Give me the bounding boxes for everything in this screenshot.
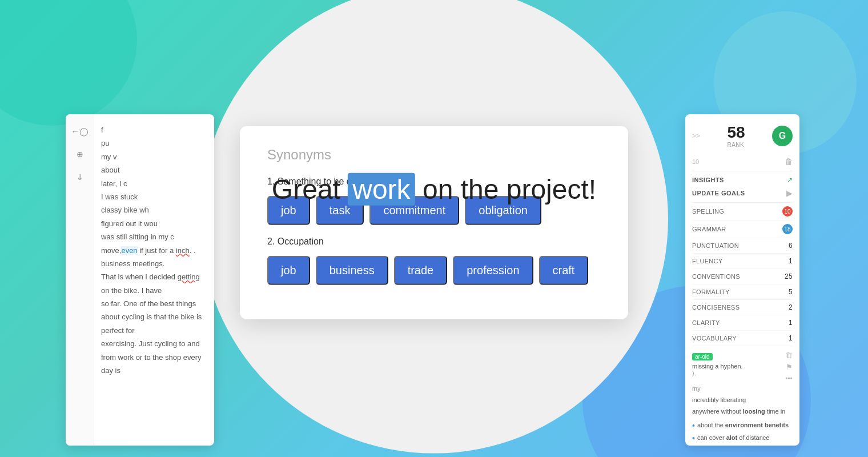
bg-blob-tl [0, 0, 137, 126]
text-line: That is when I decided getting on the bi… [101, 270, 207, 297]
bullet-text-2: can cover alot of distance [697, 434, 770, 441]
alert-area: ar-old missing a hyphen. ). [692, 351, 785, 376]
synonyms-title: Synonyms [267, 147, 601, 163]
alert-text: missing a hyphen. [692, 363, 785, 370]
tag-craft[interactable]: craft [539, 256, 589, 285]
left-panel: ←◯ ⊕ ⇓ f pu my v about later, I c I was … [66, 114, 214, 446]
text-line: about [101, 163, 207, 177]
text-line: was still sitting in my c [101, 230, 207, 243]
spelling-label: SPELLING [692, 208, 724, 215]
delete-icon[interactable]: 🗑 [785, 157, 793, 166]
punctuation-value: 6 [789, 242, 793, 250]
conventions-row: CONVENTIONS 25 [692, 269, 793, 284]
download-icon[interactable]: ⇓ [72, 169, 88, 185]
delete-icon-2[interactable]: 🗑 [785, 351, 793, 359]
left-toolbar: ←◯ ⊕ ⇓ [66, 114, 94, 446]
score-number: 58 [727, 123, 745, 142]
count-label: 10 [692, 158, 699, 165]
section-2-label: Occupation [278, 236, 324, 246]
expand-button[interactable]: >> [692, 132, 700, 140]
tag-profession[interactable]: profession [453, 256, 533, 285]
my-label: my [692, 385, 793, 392]
settings-icon[interactable]: ▶ [786, 189, 793, 198]
fluency-value: 1 [789, 257, 793, 265]
tag-business[interactable]: business [316, 256, 388, 285]
alert-tag: ar-old [692, 353, 713, 360]
fluency-label: FLUENCY [692, 258, 722, 264]
main-title: Great work on the project! [272, 174, 596, 205]
text-line: f [101, 123, 207, 137]
section-2-number: 2. [267, 236, 278, 246]
text-line: pu [101, 137, 207, 150]
clarity-row: CLARITY 1 [692, 315, 793, 331]
anywhere-text: anywhere without loosing time in [692, 408, 793, 415]
text-line: exercising. Just cycling to and from wor… [101, 337, 207, 377]
rank-label: RANK [727, 142, 744, 148]
bullet-text-1: about the environment benefits [697, 422, 789, 428]
spelling-row: SPELLING 10 [692, 203, 793, 221]
right-panel: >> 58 RANK G 10 🗑 INSIGHTS ↗ UPDATE GOAL… [685, 114, 799, 446]
more-icon[interactable]: ••• [785, 375, 793, 383]
bullet-dot-2: • [692, 434, 695, 442]
fluency-row: FLUENCY 1 [692, 254, 793, 269]
conciseness-row: CONCISENESS 2 [692, 300, 793, 315]
grammar-badge: 18 [782, 224, 793, 234]
text-line: classy bike wh [101, 203, 207, 217]
vocabulary-label: VOCABULARY [692, 335, 737, 342]
text-line: so far. One of the best things about cyc… [101, 297, 207, 337]
action-icons: 🗑 ⚑ ••• [785, 351, 793, 383]
conciseness-value: 2 [789, 303, 793, 311]
section-2-header: 2. Occupation [267, 236, 601, 247]
clarity-label: CLARITY [692, 319, 720, 326]
grammar-label: GRAMMAR [692, 226, 726, 232]
text-line: figured out it wou [101, 217, 207, 230]
tag-trade[interactable]: trade [394, 256, 448, 285]
insights-label[interactable]: INSIGHTS [692, 177, 724, 183]
conventions-value: 25 [785, 272, 793, 280]
conventions-label: CONVENTIONS [692, 273, 740, 280]
punctuation-row: PUNCTUATION 6 [692, 238, 793, 254]
text-line: I was stuck [101, 190, 207, 203]
title-before: Great [272, 174, 348, 205]
synonyms-card: Synonyms 1. Something to be done job tas… [240, 126, 628, 319]
text-line: business meetings. [101, 257, 207, 270]
back-icon[interactable]: ←◯ [72, 123, 88, 139]
editor-content: f pu my v about later, I c I was stuck c… [94, 114, 214, 386]
vocabulary-value: 1 [789, 334, 793, 342]
section-2-tags: job business trade profession craft [267, 256, 601, 285]
add-icon[interactable]: ⊕ [72, 146, 88, 162]
bullet-1: • about the environment benefits [692, 419, 793, 432]
formality-row: FORMALITY 5 [692, 284, 793, 300]
liberating-text: incredibly liberating [692, 396, 793, 403]
alert-sub: ). [692, 370, 785, 376]
bullet-dot-1: • [692, 422, 695, 430]
title-highlight: work [348, 173, 415, 206]
grammar-row: GRAMMAR 18 [692, 221, 793, 238]
text-line: move,even if just for a inch. . [101, 244, 207, 257]
conciseness-label: CONCISENESS [692, 304, 740, 311]
update-goals-label[interactable]: UPDATE GOALS [692, 190, 745, 197]
clarity-value: 1 [789, 319, 793, 327]
formality-value: 5 [789, 288, 793, 296]
tag-job-2[interactable]: job [267, 256, 310, 285]
grammarly-icon: G [772, 126, 793, 146]
insights-trend-icon[interactable]: ↗ [787, 176, 793, 184]
text-line: later, I c [101, 177, 207, 190]
bullet-2: • can cover alot of distance [692, 432, 793, 444]
vocabulary-row: VOCABULARY 1 [692, 331, 793, 346]
formality-label: FORMALITY [692, 288, 730, 295]
flag-icon[interactable]: ⚑ [786, 363, 793, 371]
spelling-badge: 10 [782, 206, 793, 217]
panel-top: >> 58 RANK G [692, 123, 793, 148]
text-line: my v [101, 150, 207, 163]
title-after: on the project! [415, 174, 597, 205]
punctuation-label: PUNCTUATION [692, 242, 739, 249]
